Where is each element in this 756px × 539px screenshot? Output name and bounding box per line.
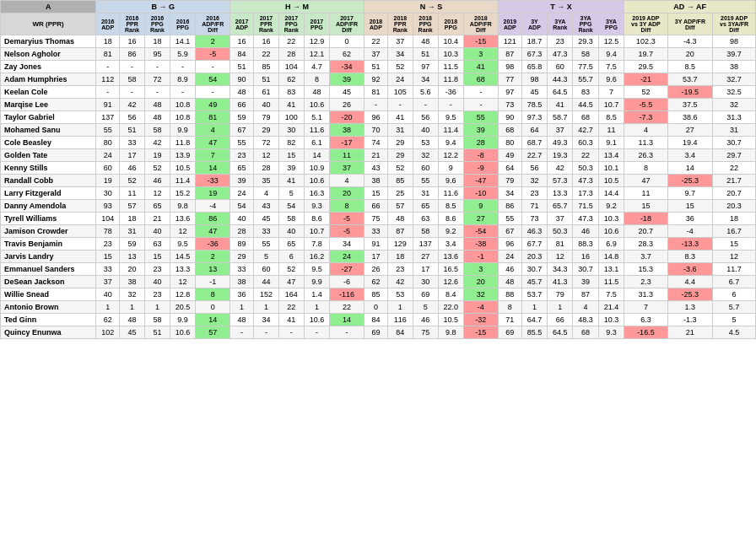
col-adv-group: AD → AF: [624, 1, 756, 13]
rank-2017-ppg: 41: [278, 175, 304, 187]
table-container: A B → G H → M N → S T → X AD → AF WR (PP…: [0, 0, 756, 339]
rank-2016-ppr: 16: [120, 35, 145, 48]
player-name: Travis Benjamin: [1, 238, 96, 251]
diff-2018: 3: [463, 263, 498, 276]
adp-3y: 78.5: [521, 99, 547, 111]
ppg-3ya: 10.6: [598, 225, 624, 238]
diff-2016: 14: [196, 314, 230, 326]
rank-2016-ppr: 59: [120, 238, 145, 251]
player-name: Jarvis Landry: [1, 251, 96, 263]
rank-3ya-ppg: 47.3: [573, 213, 598, 225]
diff-2017: 8: [330, 200, 364, 213]
ppg-2018: 11.6: [438, 187, 463, 200]
ppg-2016: 11.8: [170, 137, 195, 149]
ppg-3ya: 9.3: [598, 326, 624, 339]
diff-2016: 2: [196, 251, 230, 263]
adp-2019: 46: [498, 263, 521, 276]
adp-2019: 90: [498, 111, 521, 124]
rank-2018-ppr: 25: [387, 187, 413, 200]
rank-3ya: 37: [548, 124, 573, 137]
adp-3y: 97.3: [521, 111, 547, 124]
adp-3y: 1: [521, 301, 547, 314]
adp-2016: 18: [96, 35, 120, 48]
diff-2016: 4: [196, 124, 230, 137]
diff-2017: 24: [330, 251, 364, 263]
adp-2016: 23: [96, 238, 120, 251]
ppg-2018: 9: [438, 162, 463, 175]
player-name: Taylor Gabriel: [1, 111, 96, 124]
adp-2018: 70: [364, 124, 387, 137]
adp-2019: 49: [498, 149, 521, 162]
diff-2016: 57: [196, 326, 230, 339]
diff-2018: -4: [463, 301, 498, 314]
rank-2018-ppg: 53: [413, 137, 438, 149]
rank-2018-ppr: 29: [387, 149, 413, 162]
adp-2018: 62: [364, 276, 387, 288]
adp-2018: 21: [364, 149, 387, 162]
rank-2018-ppg: 60: [413, 162, 438, 175]
diff-adp-3y: 6.3: [624, 314, 668, 326]
diff-2019-3ya-fr: 32.7: [713, 73, 756, 86]
rank-3ya: 57.3: [548, 175, 573, 187]
ppg-2016: 14.1: [170, 35, 195, 48]
col-p-header: 2018PPGRank: [413, 13, 438, 35]
rank-2017-ppr: 45: [254, 213, 279, 225]
diff-2017: 11: [330, 149, 364, 162]
adp-2018: 22: [364, 35, 387, 48]
adp-2016: 78: [96, 225, 120, 238]
ppg-2017: 11.6: [304, 124, 329, 137]
player-name: Antonio Brown: [1, 301, 96, 314]
diff-2017: -17: [330, 137, 364, 149]
diff-2018: -15: [463, 35, 498, 48]
table-row: Taylor Gabriel137564810.88159791005.1-20…: [1, 111, 756, 124]
rank-2016-ppg: 12: [145, 187, 170, 200]
ppg-2016: 13.9: [170, 149, 195, 162]
diff-2018: -8: [463, 149, 498, 162]
diff-2018: -9: [463, 162, 498, 175]
rank-2016-ppr: 58: [120, 73, 145, 86]
rank-3ya: 64.5: [548, 326, 573, 339]
rank-2018-ppr: 105: [387, 86, 413, 99]
rank-3ya-ppg: 42.7: [573, 124, 598, 137]
rank-3ya: 79: [548, 288, 573, 301]
rank-2016-ppg: 58: [145, 314, 170, 326]
adp-2016: 137: [96, 111, 120, 124]
diff-2017: 0: [330, 35, 364, 48]
rank-2016-ppg: 58: [145, 124, 170, 137]
diff-2017: -6: [330, 276, 364, 288]
rank-2017-ppg: 41: [278, 99, 304, 111]
rank-2017-ppr: 43: [254, 200, 279, 213]
table-row: Golden Tate24171913.97231215141121293212…: [1, 149, 756, 162]
col-j-header: 2017PPGRank: [278, 13, 304, 35]
rank-2016-ppr: 17: [120, 149, 145, 162]
adp-2016: 1: [96, 301, 120, 314]
col-2017-group: H → M: [230, 1, 364, 13]
adp-2017: 40: [230, 213, 254, 225]
table-row: Larry Fitzgerald30111215.219244516.32015…: [1, 187, 756, 200]
diff-adp-3y: -21: [624, 73, 668, 86]
diff-2019-3ya-fr: 6.7: [713, 276, 756, 288]
rank-2018-ppg: 48: [413, 35, 438, 48]
adp-2016: 91: [96, 99, 120, 111]
col-o-header: 2018PPRRank: [387, 13, 413, 35]
ppg-3ya: 7: [598, 86, 624, 99]
rank-3ya: 49.3: [548, 137, 573, 149]
adp-2016: 104: [96, 213, 120, 225]
rank-2018-ppg: 75: [413, 326, 438, 339]
adp-2019: 24: [498, 251, 521, 263]
rank-3ya: 66: [548, 314, 573, 326]
adp-2017: 89: [230, 238, 254, 251]
rank-3ya: 34.3: [548, 263, 573, 276]
diff-adp-3y: 102.3: [624, 35, 668, 48]
diff-2019-3ya-fr: 32: [713, 99, 756, 111]
rank-2018-ppr: 31: [387, 124, 413, 137]
rank-2018-ppr: 52: [387, 61, 413, 73]
diff-3y-fr: 14: [667, 162, 712, 175]
adp-2018: 85: [364, 288, 387, 301]
diff-2017: 39: [330, 73, 364, 86]
adp-2019: 79: [498, 175, 521, 187]
diff-2016: 14: [196, 162, 230, 175]
rank-3ya-ppg: 22: [573, 149, 598, 162]
ppg-2017: 9.3: [304, 200, 329, 213]
rank-2017-ppg: 104: [278, 61, 304, 73]
